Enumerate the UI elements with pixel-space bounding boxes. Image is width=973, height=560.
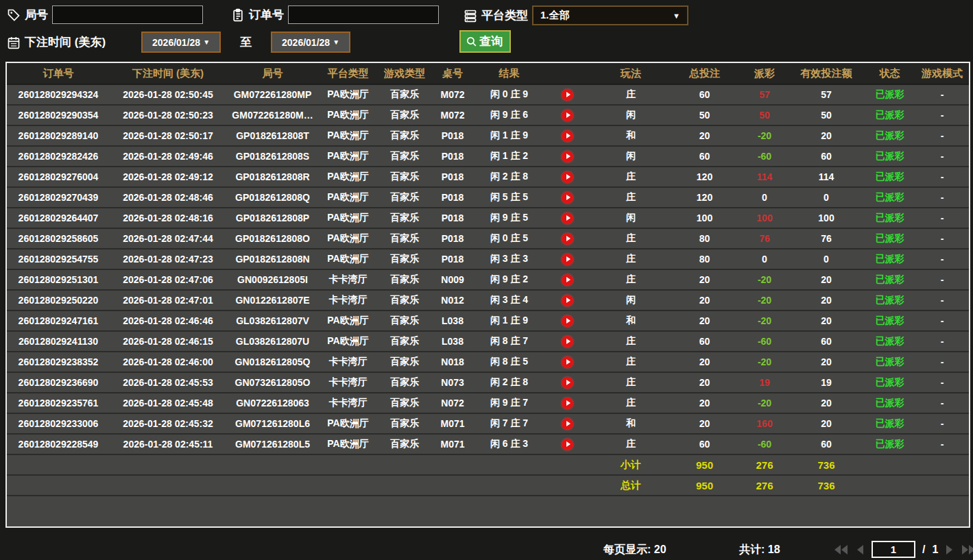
subtotal-valid-bet: 736 — [792, 455, 861, 474]
play-video-icon[interactable] — [562, 295, 573, 306]
play-video-icon[interactable] — [562, 274, 573, 286]
cell-game-id: GP0182612808S — [226, 147, 319, 166]
cell-game-mode: - — [919, 332, 965, 351]
cell-payout: 0 — [737, 188, 792, 207]
column-header: 游戏类型 — [377, 63, 432, 84]
cell-bet-time: 2026-01-28 02:48:16 — [110, 208, 226, 228]
chevron-down-icon: ▼ — [333, 38, 339, 46]
cell-status: 已派彩 — [861, 188, 919, 207]
platform-select[interactable]: 1.全部 ▼ — [532, 5, 688, 25]
cell-total-bet: 60 — [672, 435, 737, 454]
cell-total-bet: 80 — [672, 229, 737, 248]
play-video-icon[interactable] — [562, 254, 573, 265]
cell-status: 已派彩 — [861, 85, 919, 104]
play-video-icon[interactable] — [562, 130, 573, 142]
query-button[interactable]: 查询 — [459, 30, 511, 53]
cell-valid-bet: 60 — [792, 147, 861, 166]
play-video-icon[interactable] — [562, 356, 573, 368]
cell-play-type: 庄 — [590, 352, 672, 372]
cell-game-id: GM072261280M… — [226, 106, 319, 125]
cell-bet-time: 2026-01-28 02:49:12 — [110, 167, 226, 186]
play-video-icon[interactable] — [562, 336, 573, 348]
cell-total-bet: 60 — [672, 147, 737, 166]
cell-table-no: P018 — [432, 208, 473, 228]
cell-platform: PA欧洲厅 — [319, 311, 377, 330]
date-range-to-label: 至 — [240, 34, 252, 50]
cell-result: 闲 1 庄 9 — [473, 311, 545, 330]
page-separator: / — [922, 544, 925, 556]
play-video-icon[interactable] — [562, 110, 573, 121]
table-row: 2601280292502202026-01-28 02:47:01GN0122… — [7, 291, 969, 311]
play-video-icon[interactable] — [562, 233, 573, 245]
table-empty-area — [7, 496, 969, 526]
cell-table-no: N012 — [432, 291, 473, 310]
cell-total-bet: 20 — [672, 373, 737, 392]
total-payout: 276 — [737, 476, 792, 495]
cell-game-mode: - — [919, 147, 965, 166]
cell-result: 闲 0 庄 5 — [473, 229, 545, 248]
total-spacer — [319, 476, 377, 495]
cell-status: 已派彩 — [861, 249, 919, 269]
order-no-input[interactable] — [288, 5, 439, 24]
column-header: 下注时间 (美东) — [110, 63, 226, 84]
first-page-button[interactable] — [833, 544, 849, 556]
table-row: 2601280292891402026-01-28 02:50:17GP0182… — [7, 126, 969, 147]
table-body: 2601280292943242026-01-28 02:50:45GM0722… — [7, 85, 969, 455]
cell-game-mode: - — [919, 167, 965, 186]
cell-status: 已派彩 — [861, 332, 919, 351]
cell-status: 已派彩 — [861, 435, 919, 454]
cell-payout: -20 — [737, 311, 792, 330]
cell-total-bet: 50 — [672, 106, 737, 125]
play-video-icon[interactable] — [562, 171, 573, 183]
play-video-icon[interactable] — [562, 151, 573, 162]
game-no-input[interactable] — [52, 5, 203, 24]
cell-result: 闲 8 庄 7 — [473, 332, 545, 351]
cell-game-mode: - — [919, 311, 965, 330]
cell-replay — [545, 126, 590, 145]
cell-result: 闲 3 庄 4 — [473, 291, 545, 310]
play-video-icon[interactable] — [562, 315, 573, 327]
play-video-icon[interactable] — [562, 418, 573, 430]
table-row: 2601280292547552026-01-28 02:47:23GP0182… — [7, 249, 969, 270]
cell-status: 已派彩 — [861, 311, 919, 330]
prev-page-button[interactable] — [856, 544, 865, 556]
play-video-icon[interactable] — [562, 212, 573, 224]
play-video-icon[interactable] — [562, 398, 573, 409]
next-page-button[interactable] — [945, 544, 954, 556]
cell-status: 已派彩 — [861, 208, 919, 228]
cell-game-mode: - — [919, 270, 965, 289]
cell-result: 闲 2 庄 8 — [473, 373, 545, 392]
cell-valid-bet: 20 — [792, 311, 861, 330]
cell-game-mode: - — [919, 188, 965, 207]
chevron-down-icon: ▼ — [203, 38, 210, 46]
play-video-icon[interactable] — [562, 439, 573, 450]
game-no-label: 局号 — [25, 7, 48, 23]
last-page-button[interactable] — [961, 544, 973, 556]
page-size-label: 每页显示: 20 — [603, 543, 666, 557]
cell-order-id: 260128029235761 — [7, 393, 110, 413]
cell-result: 闲 2 庄 8 — [473, 167, 545, 186]
cell-platform: PA欧洲厅 — [319, 414, 377, 433]
cell-play-type: 闲 — [590, 208, 672, 228]
total-row: 总计950276736 — [7, 476, 969, 496]
cell-total-bet: 20 — [672, 270, 737, 289]
table-row: 2601280292943242026-01-28 02:50:45GM0722… — [7, 85, 969, 106]
date-to-picker[interactable]: 2026/01/28 ▼ — [271, 32, 350, 53]
cell-play-type: 闲 — [590, 291, 672, 310]
date-from-picker[interactable]: 2026/01/28 ▼ — [141, 32, 221, 53]
cell-game-type: 百家乐 — [377, 85, 432, 104]
play-video-icon[interactable] — [562, 377, 573, 389]
current-page-input[interactable] — [872, 541, 915, 558]
total-count-label: 共计: 18 — [739, 543, 780, 557]
query-button-label: 查询 — [479, 34, 503, 49]
cell-bet-time: 2026-01-28 02:45:53 — [110, 373, 226, 392]
subtotal-payout: 276 — [737, 455, 792, 474]
cell-payout: -60 — [737, 147, 792, 166]
play-video-icon[interactable] — [562, 192, 573, 204]
cell-game-id: GN0092612805I — [226, 270, 319, 289]
play-video-icon[interactable] — [562, 89, 573, 101]
cell-total-bet: 120 — [672, 188, 737, 207]
column-header: 有效投注额 — [792, 63, 861, 84]
column-header: 桌号 — [432, 63, 473, 84]
pagination: / 1 — [833, 541, 973, 558]
